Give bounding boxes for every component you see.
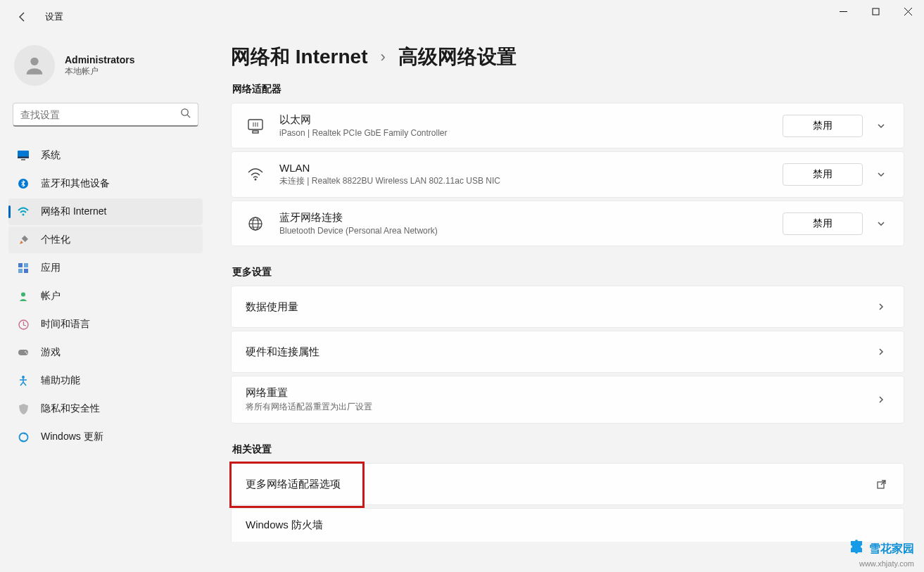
svg-point-5 (182, 109, 188, 115)
nav-label: 游戏 (41, 346, 61, 359)
breadcrumb-current: 高级网络设置 (398, 44, 517, 70)
card-sub: Bluetooth Device (Personal Area Network) (279, 226, 783, 236)
nav-apps[interactable]: 应用 (8, 255, 203, 281)
nav-label: Windows 更新 (41, 431, 103, 443)
svg-point-17 (21, 293, 25, 297)
ethernet-icon (246, 116, 265, 136)
svg-rect-8 (18, 157, 29, 159)
svg-rect-13 (18, 263, 23, 267)
svg-point-11 (23, 214, 25, 216)
user-block[interactable]: Administrators 本地帐户 (8, 39, 203, 91)
watermark: 雪花家园 www.xhjaty.com (848, 538, 914, 568)
chevron-right-icon (873, 302, 890, 312)
window-title: 设置 (45, 11, 63, 23)
apps-icon (17, 262, 30, 274)
watermark-url: www.xhjaty.com (848, 559, 914, 568)
puzzle-icon (848, 538, 865, 559)
nav-accessibility[interactable]: 辅助功能 (8, 367, 203, 394)
nav-time[interactable]: 时间和语言 (8, 311, 203, 338)
svg-rect-25 (253, 131, 258, 133)
user-sub: 本地帐户 (65, 65, 135, 77)
update-icon (17, 431, 30, 443)
nav-label: 网络和 Internet (41, 205, 106, 218)
card-title: 蓝牙网络连接 (279, 211, 783, 224)
svg-point-22 (22, 376, 25, 379)
nav-system[interactable]: 系统 (8, 142, 203, 169)
svg-rect-12 (21, 235, 27, 241)
disable-button-btnet[interactable]: 禁用 (783, 212, 863, 235)
accessibility-icon (17, 374, 30, 387)
wifi-icon (246, 165, 265, 184)
adapter-bluetooth-net[interactable]: 蓝牙网络连接 Bluetooth Device (Personal Area N… (231, 201, 904, 246)
svg-rect-14 (24, 263, 28, 267)
nav-network[interactable]: 网络和 Internet (8, 198, 203, 225)
card-data-usage[interactable]: 数据使用量 (231, 286, 904, 328)
nav-label: 系统 (41, 149, 61, 162)
close-button[interactable] (892, 0, 924, 23)
card-title: Windows 防火墙 (246, 519, 890, 532)
svg-point-4 (30, 58, 38, 65)
card-title: 网络重置 (246, 386, 873, 400)
watermark-brand: 雪花家园 (869, 542, 914, 557)
titlebar: 设置 (0, 0, 924, 34)
chevron-down-icon[interactable] (873, 170, 890, 179)
nav-label: 帐户 (41, 290, 61, 303)
wifi-icon (17, 205, 30, 218)
breadcrumb-parent[interactable]: 网络和 Internet (231, 44, 367, 70)
disable-button-ethernet[interactable]: 禁用 (783, 115, 863, 137)
card-network-reset[interactable]: 网络重置 将所有网络适配器重置为出厂设置 (231, 376, 904, 424)
gamepad-icon (17, 346, 30, 359)
monitor-icon (17, 149, 30, 162)
nav-personalize[interactable]: 个性化 (8, 227, 203, 253)
svg-rect-15 (18, 269, 23, 273)
back-button[interactable] (11, 6, 34, 28)
card-sub: iPason | Realtek PCIe GbE Family Control… (279, 128, 783, 138)
svg-rect-9 (21, 159, 25, 160)
disable-button-wlan[interactable]: 禁用 (783, 163, 863, 186)
nav-list: 系统 蓝牙和其他设备 网络和 Internet 个性化 (8, 142, 203, 450)
chevron-right-icon (873, 395, 890, 405)
card-more-adapter-options[interactable]: 更多网络适配器选项 (231, 463, 904, 505)
search-box[interactable] (13, 103, 198, 127)
nav-gaming[interactable]: 游戏 (8, 339, 203, 366)
section-related: 相关设置 (232, 443, 904, 456)
card-windows-firewall[interactable]: Windows 防火墙 (231, 508, 904, 542)
card-title: WLAN (279, 162, 783, 174)
chevron-down-icon[interactable] (873, 219, 890, 229)
nav-label: 隐私和安全性 (41, 402, 100, 415)
maximize-button[interactable] (859, 0, 892, 23)
nav-label: 时间和语言 (41, 318, 90, 331)
minimize-button[interactable] (827, 0, 859, 23)
svg-rect-1 (873, 8, 879, 15)
nav-accounts[interactable]: 帐户 (8, 283, 203, 310)
globe-icon (246, 214, 265, 234)
person-icon (17, 290, 30, 303)
chevron-down-icon[interactable] (873, 121, 890, 131)
chevron-right-icon: › (380, 48, 385, 66)
main-content: 网络和 Internet › 高级网络设置 网络适配器 以太网 iPason |… (211, 34, 924, 572)
card-sub: 将所有网络适配器重置为出厂设置 (246, 401, 873, 413)
external-link-icon (873, 479, 890, 490)
bluetooth-icon (17, 177, 30, 190)
adapter-ethernet[interactable]: 以太网 iPason | Realtek PCIe GbE Family Con… (231, 103, 904, 148)
adapter-wlan[interactable]: WLAN 未连接 | Realtek 8822BU Wireless LAN 8… (231, 151, 904, 198)
card-title: 数据使用量 (246, 300, 873, 314)
nav-update[interactable]: Windows 更新 (8, 424, 203, 450)
card-title: 以太网 (279, 113, 783, 127)
card-title: 硬件和连接属性 (246, 345, 873, 359)
nav-label: 应用 (41, 262, 61, 274)
svg-rect-16 (24, 269, 28, 273)
nav-bluetooth[interactable]: 蓝牙和其他设备 (8, 170, 203, 197)
search-input[interactable] (20, 109, 180, 120)
svg-line-6 (187, 115, 190, 117)
nav-label: 个性化 (41, 234, 70, 246)
nav-privacy[interactable]: 隐私和安全性 (8, 395, 203, 422)
nav-label: 蓝牙和其他设备 (41, 177, 110, 190)
chevron-right-icon (873, 347, 890, 357)
card-title: 更多网络适配器选项 (246, 478, 873, 491)
clock-globe-icon (17, 318, 30, 331)
card-hardware-props[interactable]: 硬件和连接属性 (231, 331, 904, 373)
search-icon (180, 108, 191, 121)
svg-point-20 (25, 351, 26, 352)
brush-icon (17, 234, 30, 246)
